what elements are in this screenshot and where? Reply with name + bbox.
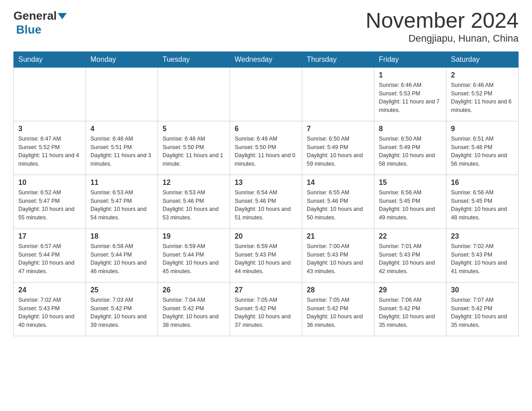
day-info: Sunrise: 6:47 AM Sunset: 5:52 PM Dayligh… (18, 135, 81, 168)
day-info: Sunrise: 7:06 AM Sunset: 5:42 PM Dayligh… (379, 296, 442, 330)
logo-text: General (13, 9, 68, 23)
day-info: Sunrise: 7:01 AM Sunset: 5:43 PM Dayligh… (379, 242, 442, 276)
page-header: General Blue November 2024 Dengjiapu, Hu… (13, 9, 519, 44)
day-info: Sunrise: 6:52 AM Sunset: 5:47 PM Dayligh… (18, 188, 81, 222)
day-number: 17 (18, 232, 81, 240)
calendar-cell (230, 67, 302, 121)
week-row-1: 1Sunrise: 6:46 AM Sunset: 5:53 PM Daylig… (14, 67, 519, 121)
calendar-cell (158, 67, 230, 121)
day-info: Sunrise: 6:50 AM Sunset: 5:49 PM Dayligh… (307, 135, 369, 168)
calendar-cell: 15Sunrise: 6:56 AM Sunset: 5:45 PM Dayli… (374, 175, 446, 228)
day-number: 10 (18, 179, 81, 187)
calendar-cell: 6Sunrise: 6:49 AM Sunset: 5:50 PM Daylig… (230, 121, 302, 175)
day-number: 30 (451, 286, 514, 294)
calendar-cell: 7Sunrise: 6:50 AM Sunset: 5:49 PM Daylig… (302, 121, 374, 175)
day-info: Sunrise: 6:53 AM Sunset: 5:46 PM Dayligh… (163, 188, 225, 222)
calendar-cell: 28Sunrise: 7:05 AM Sunset: 5:42 PM Dayli… (302, 282, 374, 336)
day-number: 4 (90, 125, 153, 133)
day-number: 25 (90, 286, 153, 294)
calendar-cell (86, 67, 158, 121)
day-number: 13 (235, 179, 297, 187)
day-number: 21 (307, 232, 369, 240)
calendar-cell: 18Sunrise: 6:58 AM Sunset: 5:44 PM Dayli… (86, 228, 158, 282)
weekday-header-friday: Friday (374, 51, 446, 67)
day-info: Sunrise: 7:02 AM Sunset: 5:43 PM Dayligh… (18, 296, 81, 330)
day-info: Sunrise: 6:48 AM Sunset: 5:50 PM Dayligh… (163, 135, 225, 168)
day-number: 6 (235, 125, 297, 133)
calendar-header: SundayMondayTuesdayWednesdayThursdayFrid… (14, 51, 519, 67)
day-number: 7 (307, 125, 369, 133)
day-info: Sunrise: 7:02 AM Sunset: 5:43 PM Dayligh… (451, 242, 514, 276)
calendar-cell: 17Sunrise: 6:57 AM Sunset: 5:44 PM Dayli… (14, 228, 86, 282)
day-number: 29 (379, 286, 442, 294)
day-info: Sunrise: 6:58 AM Sunset: 5:44 PM Dayligh… (90, 242, 153, 276)
calendar-cell: 26Sunrise: 7:04 AM Sunset: 5:42 PM Dayli… (158, 282, 230, 336)
calendar-cell: 10Sunrise: 6:52 AM Sunset: 5:47 PM Dayli… (14, 175, 86, 228)
calendar-cell: 13Sunrise: 6:54 AM Sunset: 5:46 PM Dayli… (230, 175, 302, 228)
week-row-5: 24Sunrise: 7:02 AM Sunset: 5:43 PM Dayli… (14, 282, 519, 336)
day-info: Sunrise: 7:07 AM Sunset: 5:42 PM Dayligh… (451, 296, 514, 330)
day-info: Sunrise: 6:53 AM Sunset: 5:47 PM Dayligh… (90, 188, 153, 222)
calendar-cell: 2Sunrise: 6:46 AM Sunset: 5:52 PM Daylig… (446, 67, 519, 121)
title-block: November 2024 Dengjiapu, Hunan, China (365, 9, 519, 44)
day-info: Sunrise: 7:03 AM Sunset: 5:42 PM Dayligh… (90, 296, 153, 330)
calendar-cell: 11Sunrise: 6:53 AM Sunset: 5:47 PM Dayli… (86, 175, 158, 228)
day-number: 15 (379, 179, 442, 187)
calendar-cell: 21Sunrise: 7:00 AM Sunset: 5:43 PM Dayli… (302, 228, 374, 282)
day-info: Sunrise: 7:04 AM Sunset: 5:42 PM Dayligh… (163, 296, 225, 330)
day-number: 22 (379, 232, 442, 240)
day-number: 14 (307, 179, 369, 187)
day-info: Sunrise: 6:48 AM Sunset: 5:51 PM Dayligh… (90, 135, 153, 168)
calendar-cell: 16Sunrise: 6:56 AM Sunset: 5:45 PM Dayli… (446, 175, 519, 228)
calendar-cell: 29Sunrise: 7:06 AM Sunset: 5:42 PM Dayli… (374, 282, 446, 336)
day-number: 28 (307, 286, 369, 294)
calendar-cell: 25Sunrise: 7:03 AM Sunset: 5:42 PM Dayli… (86, 282, 158, 336)
day-number: 11 (90, 179, 153, 187)
day-info: Sunrise: 6:56 AM Sunset: 5:45 PM Dayligh… (451, 188, 514, 222)
calendar-cell: 9Sunrise: 6:51 AM Sunset: 5:48 PM Daylig… (446, 121, 519, 175)
day-info: Sunrise: 6:46 AM Sunset: 5:53 PM Dayligh… (379, 81, 442, 115)
logo-blue: Blue (16, 23, 41, 36)
day-info: Sunrise: 6:49 AM Sunset: 5:50 PM Dayligh… (235, 135, 297, 168)
calendar-cell: 8Sunrise: 6:50 AM Sunset: 5:49 PM Daylig… (374, 121, 446, 175)
calendar-cell: 24Sunrise: 7:02 AM Sunset: 5:43 PM Dayli… (14, 282, 86, 336)
calendar-cell: 12Sunrise: 6:53 AM Sunset: 5:46 PM Dayli… (158, 175, 230, 228)
calendar-cell: 20Sunrise: 6:59 AM Sunset: 5:43 PM Dayli… (230, 228, 302, 282)
day-number: 3 (18, 125, 81, 133)
calendar-cell (302, 67, 374, 121)
day-info: Sunrise: 6:59 AM Sunset: 5:43 PM Dayligh… (235, 242, 297, 276)
day-number: 27 (235, 286, 297, 294)
calendar-cell (14, 67, 86, 121)
day-info: Sunrise: 6:51 AM Sunset: 5:48 PM Dayligh… (451, 135, 514, 168)
week-row-2: 3Sunrise: 6:47 AM Sunset: 5:52 PM Daylig… (14, 121, 519, 175)
day-info: Sunrise: 7:00 AM Sunset: 5:43 PM Dayligh… (307, 242, 369, 276)
calendar-body: 1Sunrise: 6:46 AM Sunset: 5:53 PM Daylig… (14, 67, 519, 336)
weekday-header-monday: Monday (86, 51, 158, 67)
day-info: Sunrise: 6:57 AM Sunset: 5:44 PM Dayligh… (18, 242, 81, 276)
day-info: Sunrise: 7:05 AM Sunset: 5:42 PM Dayligh… (307, 296, 369, 330)
month-title: November 2024 (365, 9, 519, 33)
calendar-cell: 4Sunrise: 6:48 AM Sunset: 5:51 PM Daylig… (86, 121, 158, 175)
day-number: 1 (379, 71, 442, 79)
calendar-cell: 30Sunrise: 7:07 AM Sunset: 5:42 PM Dayli… (446, 282, 519, 336)
day-info: Sunrise: 7:05 AM Sunset: 5:42 PM Dayligh… (235, 296, 297, 330)
logo-general: General (13, 9, 57, 23)
calendar-cell: 14Sunrise: 6:55 AM Sunset: 5:46 PM Dayli… (302, 175, 374, 228)
weekday-header-thursday: Thursday (302, 51, 374, 67)
day-number: 2 (451, 71, 514, 79)
calendar-cell: 22Sunrise: 7:01 AM Sunset: 5:43 PM Dayli… (374, 228, 446, 282)
day-info: Sunrise: 6:46 AM Sunset: 5:52 PM Dayligh… (451, 81, 514, 115)
day-info: Sunrise: 6:56 AM Sunset: 5:45 PM Dayligh… (379, 188, 442, 222)
weekday-row: SundayMondayTuesdayWednesdayThursdayFrid… (14, 51, 519, 67)
day-number: 12 (163, 179, 225, 187)
day-number: 26 (163, 286, 225, 294)
calendar-cell: 27Sunrise: 7:05 AM Sunset: 5:42 PM Dayli… (230, 282, 302, 336)
day-number: 16 (451, 179, 514, 187)
day-number: 20 (235, 232, 297, 240)
day-number: 23 (451, 232, 514, 240)
logo: General Blue (13, 9, 68, 37)
week-row-4: 17Sunrise: 6:57 AM Sunset: 5:44 PM Dayli… (14, 228, 519, 282)
location: Dengjiapu, Hunan, China (365, 33, 519, 44)
day-number: 9 (451, 125, 514, 133)
day-info: Sunrise: 6:59 AM Sunset: 5:44 PM Dayligh… (163, 242, 225, 276)
